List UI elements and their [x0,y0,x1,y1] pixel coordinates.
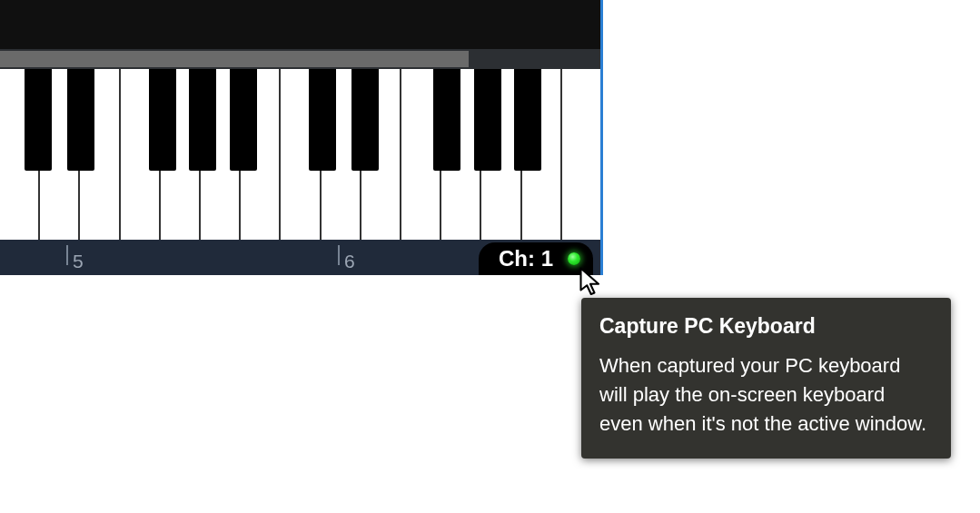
scrollbar-thumb[interactable] [0,51,469,67]
ruler-label: 6 [344,251,355,272]
black-key[interactable] [149,69,176,171]
channel-indicator[interactable]: Ch: 1 [479,242,593,275]
black-key[interactable] [25,69,52,171]
keyboard-ruler-bar: 5 6 Ch: 1 [0,240,600,275]
piano-keyboard[interactable] [0,69,600,240]
tooltip-body: When captured your PC keyboard will play… [599,351,933,439]
channel-label: Ch: 1 [499,246,553,271]
black-key[interactable] [230,69,257,171]
black-key[interactable] [67,69,94,171]
panel-header [0,0,600,49]
virtual-keyboard-panel: 5 6 Ch: 1 [0,0,603,275]
black-key[interactable] [514,69,541,171]
black-key[interactable] [433,69,460,171]
black-key[interactable] [474,69,501,171]
ruler-tick [66,245,68,265]
ruler-label: 5 [73,251,84,272]
keyboard-scrollbar[interactable] [0,49,600,69]
black-key[interactable] [309,69,336,171]
black-key[interactable] [351,69,379,171]
capture-led-icon[interactable] [568,252,580,265]
black-key[interactable] [189,69,216,171]
white-key[interactable] [562,69,600,240]
tooltip-title: Capture PC Keyboard [599,314,933,339]
tooltip: Capture PC Keyboard When captured your P… [581,298,951,459]
ruler-tick [338,245,340,265]
